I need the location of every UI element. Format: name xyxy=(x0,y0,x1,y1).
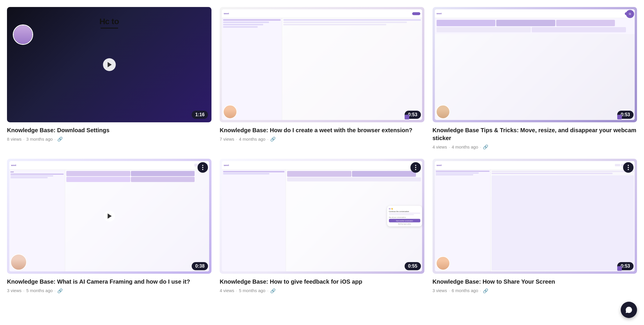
separator: · xyxy=(449,288,450,293)
duration-badge: 0:38 xyxy=(192,262,208,270)
menu-dot xyxy=(415,165,416,166)
video-title: Knowledge Base: Download Settings xyxy=(7,126,211,134)
separator: · xyxy=(236,288,237,293)
thumbnail[interactable]: weet Hi 👋 Conti xyxy=(220,159,424,274)
screen-icon xyxy=(617,115,622,119)
link-icon[interactable]: 🔗 xyxy=(483,144,488,149)
play-button[interactable] xyxy=(104,211,115,222)
time-ago: 4 months ago xyxy=(239,137,266,142)
weet-logo: weet xyxy=(437,164,442,167)
thumbnail[interactable]: weet weet xyxy=(7,159,211,274)
play-button[interactable] xyxy=(103,58,116,71)
separator-2: · xyxy=(267,137,268,142)
video-title: Knowledge Base: How to Share Your Screen xyxy=(433,278,637,286)
separator-2: · xyxy=(54,288,56,293)
menu-dot xyxy=(628,167,629,168)
video-meta: 4 views · 4 months ago · 🔗 xyxy=(433,144,637,149)
time-ago: 6 months ago xyxy=(452,288,478,293)
video-meta: 4 views · 5 months ago · 🔗 xyxy=(220,288,424,293)
separator-2: · xyxy=(54,137,56,142)
separator: · xyxy=(236,137,237,142)
thumbnail[interactable]: weet 0: xyxy=(220,7,424,122)
separator: · xyxy=(23,288,24,293)
screen-content: weet xyxy=(435,161,635,272)
menu-dot xyxy=(202,169,203,170)
weet-logo: weet xyxy=(224,164,229,167)
menu-dot xyxy=(628,165,629,166)
view-count: 3 views xyxy=(433,288,447,293)
link-icon[interactable]: 🔗 xyxy=(270,137,275,141)
thumb-title-text: Hc to xyxy=(7,16,211,29)
view-count: 4 views xyxy=(433,144,447,149)
menu-button[interactable] xyxy=(198,162,208,173)
avatar-circle xyxy=(436,105,450,119)
time-ago: 4 months ago xyxy=(452,144,478,149)
menu-dot xyxy=(628,169,629,170)
avatar-circle xyxy=(436,256,450,270)
duration-badge: 1:16 xyxy=(192,111,208,119)
view-count: 7 views xyxy=(220,137,234,142)
weet-logo: weet xyxy=(437,12,442,15)
time-ago: 5 months ago xyxy=(239,288,266,293)
nav-button xyxy=(412,12,420,15)
view-count: 4 views xyxy=(220,288,234,293)
video-card[interactable]: weet 0:53 ⧉ Knowledge Base Tips & Tricks… xyxy=(433,7,637,149)
menu-dot xyxy=(415,167,416,168)
separator-2: · xyxy=(267,288,268,293)
menu-dot xyxy=(202,167,203,168)
video-title: Knowledge Base Tips & Tricks: Move, resi… xyxy=(433,126,637,142)
video-card[interactable]: weet 0: xyxy=(220,7,424,149)
video-title: Knowledge Base: How do I create a weet w… xyxy=(220,126,424,134)
view-count: 8 views xyxy=(7,137,22,142)
copy-link-badge: ⧉ xyxy=(626,10,634,18)
duration-badge: 0:55 xyxy=(405,262,421,270)
separator-2: · xyxy=(480,144,481,149)
video-meta: 3 views · 6 months ago · 🔗 xyxy=(433,288,637,293)
thumbnail[interactable]: weet 0:53 ⧉ xyxy=(433,7,637,122)
screen-content: weet xyxy=(435,9,635,120)
separator-2: · xyxy=(480,288,481,293)
menu-button[interactable] xyxy=(623,162,634,173)
avatar-circle xyxy=(13,24,33,45)
thumbnail[interactable]: Hc to 1:16 xyxy=(7,7,211,122)
video-meta: 3 views · 5 months ago · 🔗 xyxy=(7,288,211,293)
video-title: Knowledge Base: How to give feedback for… xyxy=(220,278,424,286)
time-ago: 3 months ago xyxy=(26,137,53,142)
video-card[interactable]: weet Hi 👋 Conti xyxy=(220,159,424,293)
video-meta: 8 views · 3 months ago · 🔗 xyxy=(7,137,211,142)
link-icon[interactable]: 🔗 xyxy=(483,288,488,293)
play-icon xyxy=(108,62,112,67)
link-icon[interactable]: 🔗 xyxy=(270,288,275,293)
screen-icon xyxy=(617,266,622,271)
separator: · xyxy=(23,137,24,142)
video-card[interactable]: weet weet xyxy=(7,159,211,293)
separator: · xyxy=(449,144,450,149)
chat-overlay: Hi 👋 Continue the conversation See all y… xyxy=(387,206,422,227)
view-count: 3 views xyxy=(7,288,22,293)
video-card[interactable]: Hc to 1:16 Knowledge Base: Download Sett… xyxy=(7,7,211,149)
weet-logo: weet xyxy=(11,164,16,167)
video-grid: Hc to 1:16 Knowledge Base: Download Sett… xyxy=(7,7,637,293)
video-meta: 7 views · 4 months ago · 🔗 xyxy=(220,137,424,142)
screen-icon xyxy=(405,115,409,119)
screen-content: weet xyxy=(222,9,422,120)
play-icon xyxy=(108,213,112,219)
avatar-circle xyxy=(223,105,237,119)
thumbnail[interactable]: weet xyxy=(433,159,637,274)
weet-logo: weet xyxy=(224,12,229,15)
link-icon[interactable]: 🔗 xyxy=(57,137,62,141)
avatar-circle xyxy=(10,254,27,270)
menu-button[interactable] xyxy=(410,162,421,173)
video-title: Knowledge Base: What is AI Camera Framin… xyxy=(7,278,211,286)
menu-dot xyxy=(415,169,416,170)
link-icon[interactable]: 🔗 xyxy=(57,288,62,293)
time-ago: 5 months ago xyxy=(26,288,53,293)
video-card[interactable]: weet xyxy=(433,159,637,293)
menu-dot xyxy=(202,165,203,166)
